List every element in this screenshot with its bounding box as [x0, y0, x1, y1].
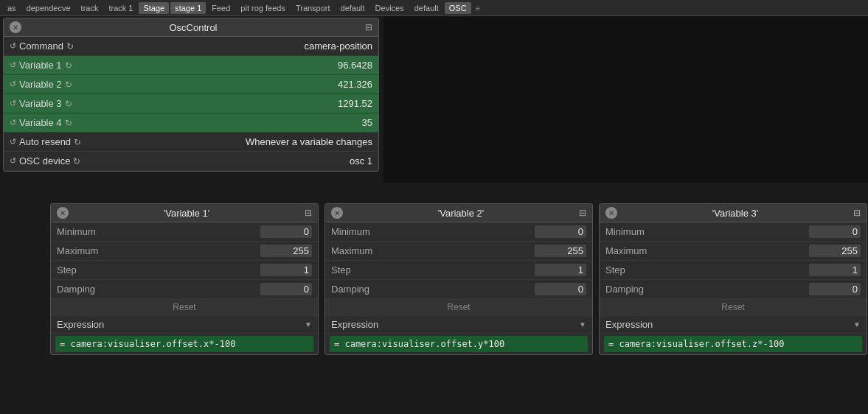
var3-step-label: Step: [605, 264, 809, 276]
var4-rotate-icon[interactable]: ↻: [65, 118, 72, 128]
auto-resend-label: Auto resend: [19, 136, 71, 147]
var2-reset-button[interactable]: Reset: [325, 299, 592, 316]
osc-device-rotate-icon[interactable]: ↻: [73, 156, 80, 166]
auto-resend-label-group: ↺ Auto resend ↻: [10, 136, 113, 147]
var1-clock-icon[interactable]: ↺: [10, 60, 16, 70]
variable1-value[interactable]: 96.6428: [113, 60, 372, 71]
variable2-value[interactable]: 421.326: [113, 79, 372, 90]
var3-rotate-icon[interactable]: ↻: [65, 99, 72, 109]
var2-minimum-input[interactable]: [535, 225, 586, 238]
var1-panel-title: 'Variable 1': [164, 208, 210, 219]
var2-step-input[interactable]: [535, 264, 586, 276]
var2-panel-title: 'Variable 2': [438, 208, 485, 219]
close-var3-button[interactable]: ✕: [605, 207, 617, 219]
osc-device-label-group: ↺ OSC device ↻: [10, 155, 113, 166]
var2-minimum-label: Minimum: [331, 226, 535, 237]
nav-dependecve[interactable]: dependecve: [22, 2, 75, 14]
var3-panel: ✕ 'Variable 3' ⊟ Minimum Maximum Step Da…: [599, 203, 867, 355]
variable3-row: ↺ Variable 3 ↻ 1291.52: [4, 94, 378, 113]
top-nav: as dependecve track track 1 Stage stage …: [0, 0, 868, 16]
auto-resend-value[interactable]: Whenever a variable changes: [113, 136, 372, 147]
nav-track[interactable]: track: [77, 2, 103, 14]
variable4-value[interactable]: 35: [113, 117, 372, 128]
nav-pit-rog-feeds[interactable]: pit rog feeds: [236, 2, 290, 14]
var1-reset-button[interactable]: Reset: [51, 299, 318, 316]
var1-minimum-row: Minimum: [51, 222, 318, 242]
osc-device-clock-icon[interactable]: ↺: [10, 156, 16, 166]
var3-reset-button[interactable]: Reset: [600, 299, 867, 316]
nav-default-2[interactable]: default: [410, 2, 443, 14]
variable1-label-group: ↺ Variable 1 ↻: [10, 60, 113, 71]
var2-rotate-icon[interactable]: ↻: [65, 80, 72, 90]
var2-step-row: Step: [325, 261, 592, 280]
var1-panel-header: ✕ 'Variable 1' ⊟: [51, 204, 318, 222]
var2-damping-input[interactable]: [535, 283, 586, 295]
nav-transport[interactable]: Transport: [291, 2, 335, 14]
variable4-label: Variable 4: [19, 117, 62, 128]
nav-devices[interactable]: Devices: [371, 2, 409, 14]
var3-minimum-input[interactable]: [809, 225, 861, 238]
var1-damping-input[interactable]: [260, 283, 312, 295]
var1-expression-arrow[interactable]: ▼: [305, 320, 312, 329]
var3-maximum-input[interactable]: [809, 245, 861, 257]
close-osc-button[interactable]: ✕: [10, 21, 21, 33]
var3-step-input[interactable]: [809, 264, 861, 276]
auto-resend-clock-icon[interactable]: ↺: [10, 137, 16, 147]
nav-default-1[interactable]: default: [336, 2, 369, 14]
close-var1-button[interactable]: ✕: [57, 207, 69, 219]
var2-maximum-input[interactable]: [535, 245, 586, 257]
var3-damping-input[interactable]: [809, 283, 861, 295]
nav-menu-icon[interactable]: ≡: [476, 4, 480, 13]
var1-rotate-icon[interactable]: ↻: [65, 60, 72, 71]
variable3-label-group: ↺ Variable 3 ↻: [10, 98, 113, 109]
var2-expression-value[interactable]: = camera:visualiser.offset.y*100: [330, 336, 588, 352]
var3-expression-arrow[interactable]: ▼: [853, 320, 861, 329]
command-rotate-icon[interactable]: ↻: [66, 41, 74, 52]
nav-as[interactable]: as: [3, 2, 21, 14]
command-value[interactable]: camera-position: [113, 41, 372, 52]
command-label: Command: [19, 41, 63, 52]
var3-damping-row: Damping: [600, 280, 867, 299]
osc-device-value[interactable]: osc 1: [113, 155, 372, 166]
command-row: ↺ Command ↻ camera-position: [4, 37, 378, 56]
close-var2-icon: ✕: [334, 209, 340, 217]
var1-maximum-input[interactable]: [260, 245, 312, 257]
var3-edit-icon[interactable]: ⊟: [853, 208, 861, 218]
var2-expression-arrow[interactable]: ▼: [579, 320, 586, 329]
var1-damping-label: Damping: [57, 284, 260, 295]
edit-icon[interactable]: ⊟: [365, 22, 372, 32]
var2-expression-row: Expression ▼: [325, 316, 592, 334]
var3-damping-label: Damping: [605, 284, 809, 295]
var3-minimum-row: Minimum: [600, 222, 867, 242]
close-var3-icon: ✕: [608, 209, 614, 217]
variable3-value[interactable]: 1291.52: [113, 98, 372, 109]
var3-clock-icon[interactable]: ↺: [10, 99, 16, 108]
var3-minimum-label: Minimum: [605, 226, 809, 237]
nav-track1[interactable]: track 1: [104, 2, 137, 14]
close-var2-button[interactable]: ✕: [331, 207, 343, 219]
var1-step-row: Step: [51, 261, 318, 280]
osc-control-panel: ✕ OscControl ⊟ ↺ Command ↻ camera-positi…: [3, 18, 379, 172]
var1-damping-row: Damping: [51, 280, 318, 299]
var2-edit-icon[interactable]: ⊟: [579, 208, 586, 218]
nav-stage1[interactable]: stage 1: [170, 2, 206, 14]
var1-expression-value[interactable]: = camera:visualiser.offset.x*-100: [55, 336, 313, 352]
auto-resend-rotate-icon[interactable]: ↻: [74, 137, 81, 147]
var4-clock-icon[interactable]: ↺: [10, 118, 16, 127]
variable2-row: ↺ Variable 2 ↻ 421.326: [4, 75, 378, 94]
var3-expression-value[interactable]: = camera:visualiser.offset.z*-100: [604, 336, 862, 352]
var1-edit-icon[interactable]: ⊟: [305, 208, 312, 218]
variable3-label: Variable 3: [19, 98, 62, 109]
var1-minimum-input[interactable]: [260, 225, 312, 238]
var2-step-label: Step: [331, 264, 535, 276]
osc-panel-title: OscControl: [169, 22, 217, 33]
nav-osc[interactable]: OSC: [445, 2, 471, 14]
nav-stage[interactable]: Stage: [139, 2, 169, 14]
var2-clock-icon[interactable]: ↺: [10, 80, 16, 89]
command-clock-icon[interactable]: ↺: [10, 41, 16, 51]
var3-panel-title: 'Variable 3': [712, 208, 759, 219]
var1-step-input[interactable]: [260, 264, 312, 276]
var2-damping-row: Damping: [325, 280, 592, 299]
nav-feed[interactable]: Feed: [207, 2, 235, 14]
var1-minimum-label: Minimum: [57, 226, 260, 237]
